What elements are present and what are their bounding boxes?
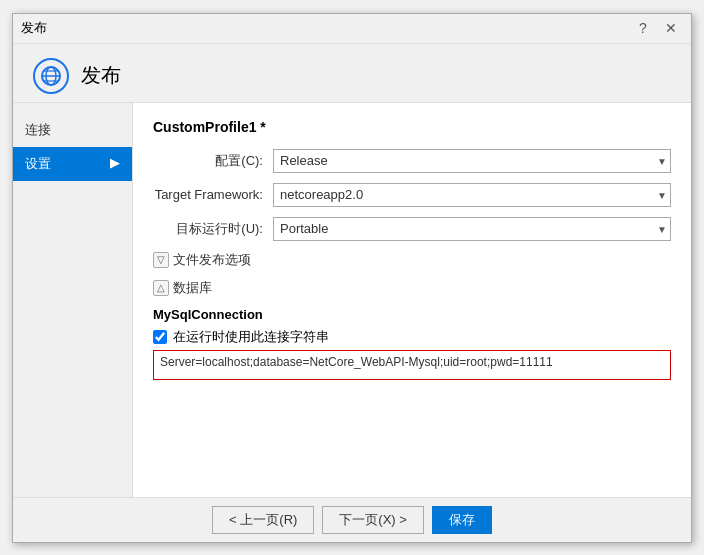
form-row-config: 配置(C): Release Debug ▼ [153, 149, 671, 173]
use-connection-label: 在运行时使用此连接字符串 [173, 328, 329, 346]
database-section[interactable]: △ 数据库 [153, 279, 671, 297]
form-row-framework: Target Framework: netcoreapp2.0 netcorea… [153, 183, 671, 207]
dialog-body: 连接 设置 CustomProfile1 * 配置(C): Release De… [13, 103, 691, 497]
checkbox-row: 在运行时使用此连接字符串 [153, 328, 671, 346]
database-toggle[interactable]: △ [153, 280, 169, 296]
use-connection-checkbox[interactable] [153, 330, 167, 344]
publish-dialog: 发布 ? ✕ 发布 连接 设置 CustomProfile1 * [12, 13, 692, 543]
title-bar: 发布 ? ✕ [13, 14, 691, 44]
runtime-label: 目标运行时(U): [153, 220, 273, 238]
framework-label: Target Framework: [153, 187, 273, 202]
dialog-title: 发布 [81, 62, 121, 89]
prev-button[interactable]: < 上一页(R) [212, 506, 314, 534]
config-select[interactable]: Release Debug [273, 149, 671, 173]
runtime-dropdown-wrapper[interactable]: Portable win-x64 linux-x64 ▼ [273, 217, 671, 241]
next-button[interactable]: 下一页(X) > [322, 506, 424, 534]
main-content: CustomProfile1 * 配置(C): Release Debug ▼ … [133, 103, 691, 497]
framework-select[interactable]: netcoreapp2.0 netcoreapp1.1 [273, 183, 671, 207]
title-bar-left: 发布 [21, 19, 47, 37]
config-label: 配置(C): [153, 152, 273, 170]
title-bar-controls: ? ✕ [631, 16, 683, 40]
title-bar-text: 发布 [21, 19, 47, 37]
save-button[interactable]: 保存 [432, 506, 492, 534]
config-dropdown-wrapper[interactable]: Release Debug ▼ [273, 149, 671, 173]
sidebar: 连接 设置 [13, 103, 133, 497]
globe-icon [33, 58, 69, 94]
mysql-section: MySqlConnection 在运行时使用此连接字符串 Server=loca… [153, 307, 671, 380]
sidebar-item-connection[interactable]: 连接 [13, 113, 132, 147]
profile-title: CustomProfile1 * [153, 119, 671, 135]
framework-dropdown-wrapper[interactable]: netcoreapp2.0 netcoreapp1.1 ▼ [273, 183, 671, 207]
form-row-runtime: 目标运行时(U): Portable win-x64 linux-x64 ▼ [153, 217, 671, 241]
database-label: 数据库 [173, 279, 212, 297]
sidebar-item-settings[interactable]: 设置 [13, 147, 132, 181]
help-button[interactable]: ? [631, 16, 655, 40]
dialog-header: 发布 [13, 44, 691, 103]
file-publish-label: 文件发布选项 [173, 251, 251, 269]
file-publish-toggle[interactable]: ▽ [153, 252, 169, 268]
dialog-footer: < 上一页(R) 下一页(X) > 保存 [13, 497, 691, 542]
connection-string-box[interactable]: Server=localhost;database=NetCore_WebAPI… [153, 350, 671, 380]
close-button[interactable]: ✕ [659, 16, 683, 40]
mysql-connection-label: MySqlConnection [153, 307, 671, 322]
file-publish-section[interactable]: ▽ 文件发布选项 [153, 251, 671, 269]
runtime-select[interactable]: Portable win-x64 linux-x64 [273, 217, 671, 241]
